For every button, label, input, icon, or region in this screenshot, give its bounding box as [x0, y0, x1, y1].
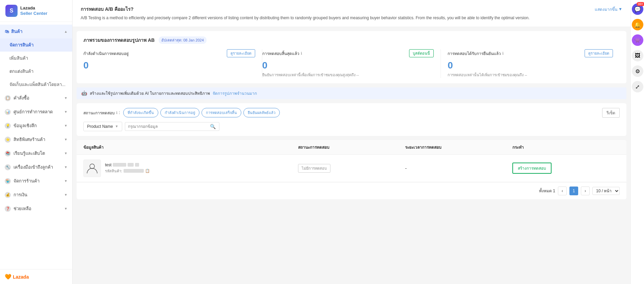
chat-badge: 99+	[637, 2, 644, 6]
sidebar-group-learn[interactable]: 📚 เรียนรู้และเติบโต ▼	[0, 146, 72, 160]
product-sku: รหัสสินค้า: 📋	[105, 168, 298, 174]
per-page-select[interactable]: 10 / หน้า	[592, 187, 620, 195]
finance-chevron-icon: ▼	[64, 193, 68, 197]
ai-promo-link[interactable]: จัดการรูปภาพจำนวนมาก	[213, 90, 257, 96]
sidebar-item-decorate-product[interactable]: ตกแต่งสินค้า	[0, 65, 72, 78]
expand-icon: ⤢	[635, 84, 640, 90]
support-button[interactable]: 👾	[632, 34, 643, 46]
sidebar-group-insights[interactable]: 💡 ข้อมูลเชิงลึก ▼	[0, 119, 72, 133]
help-icon: ❓	[5, 206, 11, 212]
th-action: กระทำ	[512, 144, 620, 150]
notification-button[interactable]: 🔔	[632, 19, 643, 30]
sidebar: S Lazada Seller Center 🛍 สินค้า ▲ จัดการ…	[0, 0, 73, 284]
filter-info-icon: ℹ	[116, 111, 117, 115]
filter-tab-upcoming[interactable]: ที่กำลังจะเกิดขึ้น	[123, 108, 158, 117]
filter-tab-completed[interactable]: การทดสอบเสร็จสิ้น	[202, 108, 241, 117]
info-card-header: การทดสอบ A/B คืออะไร? แสดงมากขึ้น ▼	[81, 5, 622, 13]
stat-ended-label: การทดสอบสิ้นสุดแล้ว ℹ	[262, 50, 302, 57]
store-icon: 🏪	[5, 178, 11, 184]
product-name: test	[105, 163, 298, 167]
product-cell: test รหัสสินค้า: 📋	[83, 160, 298, 177]
chevron-down-icon: ▼	[618, 7, 622, 11]
settings-button[interactable]: ⚙	[632, 65, 643, 77]
stat-ended-desc: ยืนยันการทดสอบเหล่านี้เพื่อเพิ่มการเข้าช…	[262, 72, 434, 78]
sidebar-group-help[interactable]: ❓ ช่วยเหลือ ▼	[0, 202, 72, 216]
stat-confirmed-desc: การทดสอบเหล่านั้นได้เพิ่มการเข้าชมของคุณ…	[448, 72, 613, 78]
sidebar-section-products[interactable]: 🛍 สินค้า ▲	[0, 25, 72, 38]
stat-confirmed-value: 0	[448, 60, 613, 71]
sidebar-item-add-product[interactable]: เพิ่มสินค้า	[0, 52, 72, 65]
filter-tab-confirmed[interactable]: ยืนยันผลลัพธ์แล้ว	[243, 108, 280, 117]
sidebar-group-finance[interactable]: 💰 การเงิน ▼	[0, 188, 72, 202]
sidebar-group-orders[interactable]: 📋 คำสั่งซื้อ ▼	[0, 91, 72, 105]
orders-chevron-icon: ▼	[64, 96, 68, 100]
search-dropdown[interactable]: Product Name ▼	[83, 122, 122, 131]
prev-page-button[interactable]: ‹	[558, 187, 567, 195]
stat-active-detail-button[interactable]: ดูรายละเอียด	[227, 49, 255, 57]
app-name: Lazada	[20, 5, 47, 11]
ai-promo-banner: 🤖 สร้างและใช้รูปภาพเพิ่มเติมด้วย AI ในรา…	[77, 87, 626, 99]
heart-icon: 🧡	[5, 274, 11, 280]
chat-icon: 💬	[634, 6, 641, 12]
sidebar-group-tools-label: เครื่องมือเข้าถึงลูกค้า	[14, 164, 53, 171]
chevron-up-icon: ▲	[64, 30, 68, 33]
filter-card: สถานะการทดสอบ ℹ : ที่กำลังจะเกิดขึ้น กำล…	[77, 103, 626, 136]
marketing-icon: 📊	[5, 109, 11, 115]
bell-icon: 🔔	[634, 22, 641, 28]
page-1-button[interactable]: 1	[569, 187, 578, 195]
logo-icon: S	[5, 5, 18, 17]
filter-tabs: ที่กำลังจะเกิดขึ้น กำลังดำเนินการอยู่ กา…	[123, 108, 599, 117]
sidebar-group-store[interactable]: 🏪 จัดการร้านค้า ▼	[0, 174, 72, 188]
reset-button[interactable]: รีเซ็ต	[602, 108, 620, 118]
product-name-prefix: test	[105, 163, 111, 167]
pagination-row: ทั้งหมด 1 ‹ 1 › 10 / หน้า	[77, 182, 626, 199]
sidebar-item-manage-products[interactable]: จัดการสินค้า	[0, 38, 72, 52]
right-panel: 💬 99+ 🔔 👾 🖼 ⚙ ⤢	[630, 0, 644, 284]
insights-chevron-icon: ▼	[64, 124, 68, 127]
sidebar-group-store-label: จัดการร้านค้า	[14, 177, 39, 184]
search-row: Product Name ▼ 🔍	[83, 122, 620, 131]
stats-card-header: ภาพรวมของการทดสอบรูปภาพ AB อัปเดตล่าสุด:…	[83, 36, 620, 44]
lazada-footer-badge: 🧡 Lazada	[5, 274, 29, 280]
sidebar-group-marketing-label: ศูนย์การทำการตลาด	[14, 108, 53, 115]
filter-status-label: สถานะการทดสอบ ℹ :	[83, 110, 120, 116]
logo-text: Lazada Seller Center	[20, 5, 47, 16]
store-chevron-icon: ▼	[64, 179, 68, 183]
th-product-info: ข้อมูลสินค้า	[83, 144, 298, 150]
stats-card: ภาพรวมของการทดสอบรูปภาพ AB อัปเดตล่าสุด:…	[77, 31, 626, 83]
create-test-button[interactable]: สร้างการทดสอบ	[512, 163, 552, 174]
app-subtitle: Seller Center	[20, 11, 47, 16]
stat-confirmed-detail-button[interactable]: ดูรายละเอียด	[585, 49, 613, 57]
sidebar-group-marketing[interactable]: 📊 ศูนย์การทำการตลาด ▼	[0, 105, 72, 119]
search-button[interactable]: 🔍	[209, 124, 216, 129]
table-header: ข้อมูลสินค้า สถานะการทดสอบ ระยะเวลาการทด…	[77, 140, 626, 155]
colon: :	[119, 110, 120, 115]
stat-ended-boost-button[interactable]: บูสต์ตอนนี้	[409, 49, 434, 57]
sidebar-group-orders-label: คำสั่งซื้อ	[14, 94, 29, 102]
gear-icon: ⚙	[635, 68, 640, 75]
image-button[interactable]: 🖼	[632, 50, 643, 61]
sidebar-group-learn-label: เรียนรู้และเติบโต	[14, 150, 45, 157]
update-badge: อัปเดตล่าสุด: 08 Jan 2024	[159, 36, 207, 44]
th-test-status: สถานะการทดสอบ	[298, 144, 405, 150]
total-count: ทั้งหมด 1	[539, 188, 555, 194]
sidebar-group-tools[interactable]: 🔧 เครื่องมือเข้าถึงลูกค้า ▼	[0, 160, 72, 174]
expand-button[interactable]: ⤢	[632, 81, 643, 92]
orders-icon: 📋	[5, 95, 11, 101]
privileges-icon: ⭐	[5, 137, 11, 143]
search-input[interactable]	[128, 124, 209, 129]
filter-tab-ongoing[interactable]: กำลังดำเนินการอยู่	[160, 108, 199, 117]
product-name-redacted-3	[135, 163, 139, 167]
dropdown-chevron-icon: ▼	[115, 124, 118, 128]
sidebar-group-privileges[interactable]: ⭐ สิทธิพิเศษร้านค้า ▼	[0, 133, 72, 146]
ai-icon: 🤖	[81, 90, 87, 96]
chat-button[interactable]: 💬 99+	[632, 3, 643, 15]
test-status-badge: ไม่มีการทดสอบ	[298, 164, 330, 173]
next-page-button[interactable]: ›	[581, 187, 590, 195]
info-icon: ℹ	[301, 51, 302, 56]
show-more-button[interactable]: แสดงมากขึ้น ▼	[595, 6, 622, 12]
stat-col-confirmed: การทดสอบได้รับการยืนยันแล้ว ℹ ดูรายละเอี…	[441, 49, 620, 78]
sidebar-menu: 🛍 สินค้า ▲ จัดการสินค้า เพิ่มสินค้า ตกแต…	[0, 22, 72, 269]
sidebar-item-pack-product[interactable]: จัดเก็บและแพ็ตสินค้าโดยลา...	[0, 78, 72, 91]
main-content: การทดสอบ A/B คืออะไร? แสดงมากขึ้น ▼ A/B …	[73, 0, 630, 284]
